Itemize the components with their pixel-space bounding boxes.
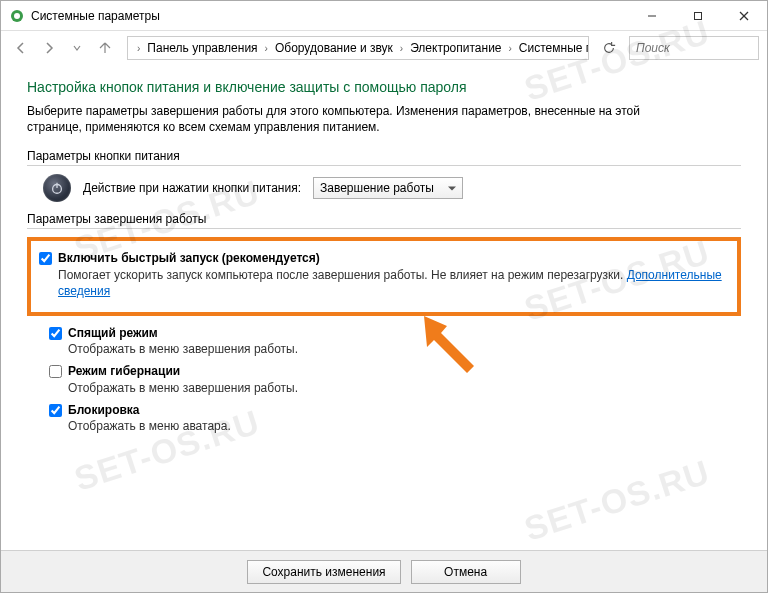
lock-option[interactable]: Блокировка — [49, 402, 741, 418]
button-bar: Сохранить изменения Отмена — [1, 550, 767, 592]
dropdown-value: Завершение работы — [320, 181, 434, 195]
close-button[interactable] — [721, 1, 767, 31]
sleep-checkbox[interactable] — [49, 327, 62, 340]
fast-startup-checkbox[interactable] — [39, 252, 52, 265]
shutdown-settings-section: Параметры завершения работы Включить быс… — [27, 212, 741, 437]
forward-button[interactable] — [37, 36, 61, 60]
window-icon — [9, 8, 25, 24]
power-action-label: Действие при нажатии кнопки питания: — [83, 181, 301, 195]
cancel-button[interactable]: Отмена — [411, 560, 521, 584]
option-description: Отображать в меню завершения работы. — [49, 380, 741, 396]
page-intro: Выберите параметры завершения работы для… — [27, 103, 667, 135]
chevron-right-icon: › — [397, 43, 406, 54]
section-title: Параметры завершения работы — [27, 212, 741, 229]
option-title: Включить быстрый запуск (рекомендуется) — [58, 250, 320, 266]
page-heading: Настройка кнопок питания и включение защ… — [27, 79, 741, 95]
breadcrumb-item[interactable]: Оборудование и звук — [273, 41, 395, 55]
content-area: Настройка кнопок питания и включение защ… — [1, 65, 767, 550]
svg-point-1 — [14, 13, 20, 19]
chevron-right-icon: › — [134, 43, 143, 54]
option-description: Отображать в меню завершения работы. — [49, 341, 741, 357]
up-button[interactable] — [93, 36, 117, 60]
refresh-button[interactable] — [597, 36, 621, 60]
breadcrumb-item[interactable]: Панель управления — [145, 41, 259, 55]
breadcrumb-item[interactable]: Электропитание — [408, 41, 503, 55]
fast-startup-option[interactable]: Включить быстрый запуск (рекомендуется) — [39, 250, 729, 266]
chevron-right-icon: › — [262, 43, 271, 54]
hibernate-checkbox[interactable] — [49, 365, 62, 378]
option-description: Помогает ускорить запуск компьютера посл… — [39, 267, 729, 299]
back-button[interactable] — [9, 36, 33, 60]
navigation-bar: › Панель управления › Оборудование и зву… — [1, 31, 767, 65]
sleep-option[interactable]: Спящий режим — [49, 325, 741, 341]
option-title: Спящий режим — [68, 325, 158, 341]
power-icon — [43, 174, 71, 202]
window-title: Системные параметры — [31, 9, 160, 23]
window-controls — [629, 1, 767, 31]
lock-checkbox[interactable] — [49, 404, 62, 417]
hibernate-option[interactable]: Режим гибернации — [49, 363, 741, 379]
power-action-dropdown[interactable]: Завершение работы — [313, 177, 463, 199]
search-input[interactable] — [629, 36, 759, 60]
save-button[interactable]: Сохранить изменения — [247, 560, 400, 584]
section-title: Параметры кнопки питания — [27, 149, 741, 166]
recent-locations-button[interactable] — [65, 36, 89, 60]
svg-rect-3 — [695, 12, 702, 19]
option-title: Блокировка — [68, 402, 140, 418]
option-title: Режим гибернации — [68, 363, 180, 379]
breadcrumb-item[interactable]: Системные параметры — [517, 41, 589, 55]
minimize-button[interactable] — [629, 1, 675, 31]
maximize-button[interactable] — [675, 1, 721, 31]
power-button-section: Параметры кнопки питания Действие при на… — [27, 149, 741, 202]
chevron-right-icon: › — [506, 43, 515, 54]
fast-startup-highlight: Включить быстрый запуск (рекомендуется) … — [27, 237, 741, 316]
title-bar: Системные параметры — [1, 1, 767, 31]
option-description: Отображать в меню аватара. — [49, 418, 741, 434]
breadcrumb[interactable]: › Панель управления › Оборудование и зву… — [127, 36, 589, 60]
